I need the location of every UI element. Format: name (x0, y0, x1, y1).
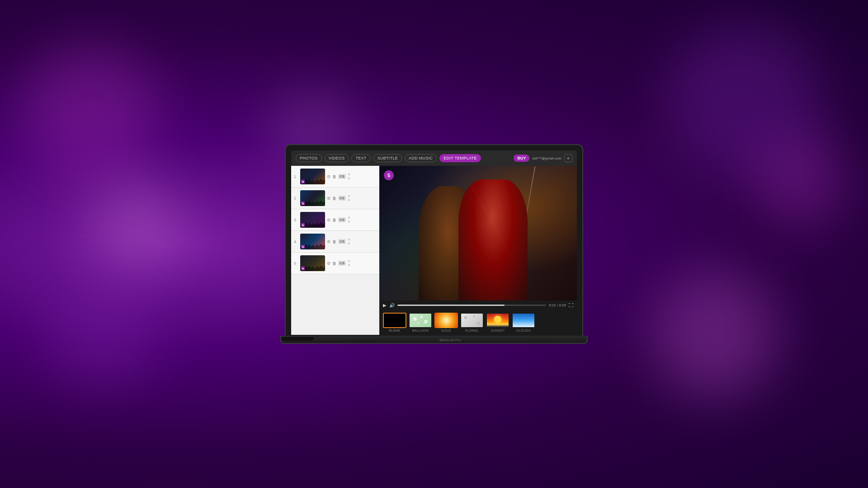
clip-move-up[interactable]: ∧ (348, 216, 350, 220)
bokeh-blob-5 (755, 136, 845, 226)
template-label-sunset: SUNSET (491, 329, 505, 332)
volume-button[interactable]: 🔊 (389, 303, 395, 308)
clip-thumbnail[interactable] (300, 255, 325, 271)
template-label-balloon: BALLOON (412, 329, 429, 332)
clip-thumbnail[interactable] (300, 190, 325, 206)
clip-move-down[interactable]: ∨ (348, 263, 350, 267)
template-label-floral: FLORAL (465, 329, 479, 332)
clip-arrows: ∧ ∨ (348, 173, 350, 180)
play-button[interactable]: ▶ (383, 303, 387, 308)
person-figure-right (458, 179, 528, 300)
clouds-scene (513, 314, 534, 327)
step-badge: 5 (384, 170, 394, 180)
fullscreen-button[interactable]: ⛶ (569, 303, 573, 308)
clip-item: 3 ⚙ 🗑 CS ∧ ∨ (291, 209, 379, 231)
clip-move-up[interactable]: ∧ (348, 259, 350, 263)
template-thumb-blank (383, 313, 406, 328)
screen-content: PHOTOS VIDEOS TEXT SUBTITLE ADD MUSIC ED… (291, 150, 577, 336)
buy-button[interactable]: BUY (514, 155, 529, 162)
progress-bar[interactable] (397, 305, 546, 306)
tab-videos[interactable]: VIDEOS (325, 154, 349, 162)
template-thumb-balloon (409, 313, 432, 328)
macbook-screen: PHOTOS VIDEOS TEXT SUBTITLE ADD MUSIC ED… (285, 144, 583, 336)
template-sunset[interactable]: SUNSET (486, 313, 509, 332)
bokeh-blob-4 (665, 23, 823, 181)
macbook-bottom: Macbook Pro (280, 336, 588, 344)
video-scene (379, 166, 577, 300)
template-label-gold: GOLD (441, 329, 451, 332)
svg-marker-4 (302, 267, 304, 269)
bokeh-blob-2 (90, 181, 181, 271)
clip-item: 5 ⚙ 🗑 CS ∧ ∨ (291, 253, 379, 274)
template-thumb-gold (434, 313, 458, 328)
clip-move-down[interactable]: ∨ (348, 242, 350, 245)
logout-button[interactable]: + (564, 154, 572, 162)
clip-copy-label[interactable]: CS (338, 196, 346, 201)
clip-delete-icon[interactable]: 🗑 (332, 261, 336, 266)
clip-settings-icon[interactable]: ⚙ (327, 218, 330, 222)
clip-number: 4 (294, 239, 298, 244)
clip-delete-icon[interactable]: 🗑 (332, 218, 336, 222)
template-blank[interactable]: BLANK (383, 313, 406, 332)
clip-copy-label[interactable]: CS (338, 217, 346, 222)
clip-number: 2 (294, 196, 298, 201)
clip-arrows: ∧ ∨ (348, 194, 350, 202)
tab-subtitle[interactable]: SUBTITLE (373, 154, 402, 162)
sunset-scene (487, 314, 509, 327)
svg-marker-0 (302, 181, 304, 183)
video-preview[interactable]: 5 (379, 166, 577, 300)
templates-strip: BLANK BALLOON GOLD (379, 310, 577, 335)
clip-copy-label[interactable]: CS (338, 261, 346, 266)
tab-add-music[interactable]: ADD MUSIC (405, 154, 437, 162)
clip-item: 4 ⚙ 🗑 CS ∧ ∨ (291, 231, 379, 253)
clip-video-icon (301, 267, 305, 270)
clip-number: 3 (294, 218, 298, 222)
clip-settings-icon[interactable]: ⚙ (327, 174, 330, 179)
bokeh-blob-3 (45, 271, 158, 384)
clip-copy-label[interactable]: CS (338, 239, 346, 244)
clip-item: 2 ⚙ 🗑 CS ∧ ∨ (291, 188, 379, 209)
user-email: edi***@gmail.com (532, 156, 561, 160)
macbook-device: PHOTOS VIDEOS TEXT SUBTITLE ADD MUSIC ED… (271, 144, 597, 344)
clip-video-icon (301, 202, 305, 205)
balloon-pattern (410, 314, 431, 327)
clip-video-icon (301, 180, 305, 183)
clip-number: 5 (294, 261, 298, 266)
clip-delete-icon[interactable]: 🗑 (332, 174, 336, 179)
clip-move-down[interactable]: ∨ (348, 220, 350, 224)
tab-edit-template[interactable]: EDIT TEMPLATE (439, 154, 481, 162)
floral-pattern (461, 314, 483, 327)
svg-marker-1 (302, 202, 304, 204)
template-gold[interactable]: GOLD (434, 313, 458, 332)
video-controls: ▶ 🔊 0:21 / 0:29 ⛶ (379, 300, 577, 310)
clip-settings-icon[interactable]: ⚙ (327, 196, 330, 201)
clip-arrows: ∧ ∨ (348, 259, 350, 267)
clip-thumbnail[interactable] (300, 212, 325, 228)
clip-move-up[interactable]: ∧ (348, 194, 350, 198)
template-label-blank: BLANK (389, 329, 400, 332)
clip-thumbnail[interactable] (300, 169, 325, 184)
template-label-clouds: CLOUDS (516, 329, 531, 332)
clip-move-down[interactable]: ∨ (348, 198, 350, 202)
template-floral[interactable]: FLORAL (460, 313, 484, 332)
template-balloon[interactable]: BALLOON (409, 313, 432, 332)
tab-text[interactable]: TEXT (351, 154, 370, 162)
clip-move-up[interactable]: ∧ (348, 238, 350, 241)
clip-arrows: ∧ ∨ (348, 216, 350, 224)
clip-copy-label[interactable]: CS (338, 174, 346, 179)
sunset-sun (494, 316, 501, 323)
template-thumb-sunset (486, 313, 509, 328)
tab-photos[interactable]: PHOTOS (296, 154, 322, 162)
clip-settings-icon[interactable]: ⚙ (327, 261, 330, 266)
preview-panel: 5 ▶ 🔊 0:21 / 0:29 ⛶ (379, 166, 577, 335)
clip-delete-icon[interactable]: 🗑 (332, 196, 336, 201)
clip-move-down[interactable]: ∨ (348, 177, 350, 180)
clip-move-up[interactable]: ∧ (348, 173, 350, 176)
macbook-label: Macbook Pro (314, 337, 587, 342)
clip-thumbnail[interactable] (300, 234, 325, 249)
clip-settings-icon[interactable]: ⚙ (327, 239, 330, 244)
main-area: 1 ⚙ 🗑 CS ∧ ∨ (291, 166, 577, 335)
svg-marker-2 (302, 224, 304, 226)
clip-delete-icon[interactable]: 🗑 (332, 239, 336, 244)
template-clouds[interactable]: CLOUDS (512, 313, 535, 332)
